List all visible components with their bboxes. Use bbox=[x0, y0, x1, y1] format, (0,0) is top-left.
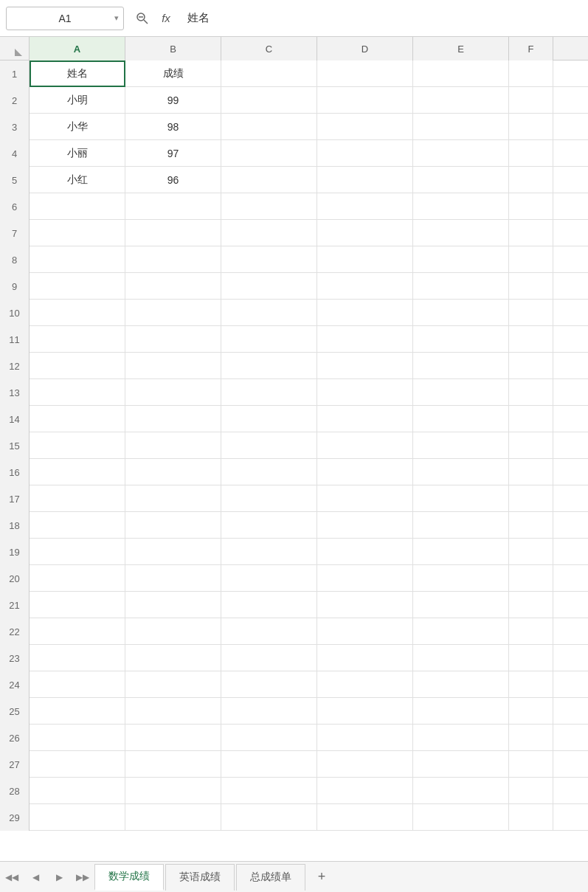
cell-D11[interactable] bbox=[317, 326, 413, 353]
cell-C21[interactable] bbox=[221, 592, 317, 618]
cell-A21[interactable] bbox=[30, 592, 125, 618]
cell-C7[interactable] bbox=[221, 220, 317, 246]
cell-D19[interactable] bbox=[317, 539, 413, 565]
cell-E7[interactable] bbox=[413, 220, 509, 246]
cell-F2[interactable] bbox=[509, 87, 553, 114]
cell-A6[interactable] bbox=[30, 193, 125, 220]
cell-F1[interactable] bbox=[509, 60, 553, 87]
zoom-icon[interactable] bbox=[133, 9, 152, 28]
cell-B16[interactable] bbox=[125, 459, 221, 485]
cell-B19[interactable] bbox=[125, 539, 221, 565]
cell-C20[interactable] bbox=[221, 565, 317, 592]
cell-C1[interactable] bbox=[221, 60, 317, 87]
cell-E19[interactable] bbox=[413, 539, 509, 565]
cell-C19[interactable] bbox=[221, 539, 317, 565]
row-header-11[interactable]: 11 bbox=[0, 326, 30, 353]
cell-C27[interactable] bbox=[221, 751, 317, 778]
row-header-1[interactable]: 1 bbox=[0, 60, 30, 87]
cell-B21[interactable] bbox=[125, 592, 221, 618]
cell-A12[interactable] bbox=[30, 353, 125, 379]
cell-A2[interactable]: 小明 bbox=[30, 87, 125, 114]
cell-B2[interactable]: 99 bbox=[125, 87, 221, 114]
cell-E5[interactable] bbox=[413, 167, 509, 193]
cell-B6[interactable] bbox=[125, 193, 221, 220]
cell-E21[interactable] bbox=[413, 592, 509, 618]
cell-A8[interactable] bbox=[30, 246, 125, 273]
cell-F23[interactable] bbox=[509, 645, 553, 671]
cell-C22[interactable] bbox=[221, 618, 317, 645]
cell-A22[interactable] bbox=[30, 618, 125, 645]
cell-E3[interactable] bbox=[413, 114, 509, 140]
cell-D20[interactable] bbox=[317, 565, 413, 592]
cell-C17[interactable] bbox=[221, 485, 317, 512]
tab-nav-last[interactable]: ▶▶ bbox=[71, 864, 94, 891]
cell-F24[interactable] bbox=[509, 671, 553, 698]
cell-B20[interactable] bbox=[125, 565, 221, 592]
cell-E28[interactable] bbox=[413, 778, 509, 804]
cell-D28[interactable] bbox=[317, 778, 413, 804]
cell-F14[interactable] bbox=[509, 406, 553, 432]
cell-F13[interactable] bbox=[509, 379, 553, 406]
cell-D15[interactable] bbox=[317, 432, 413, 459]
cell-C15[interactable] bbox=[221, 432, 317, 459]
cell-D29[interactable] bbox=[317, 804, 413, 831]
col-header-A[interactable]: A bbox=[30, 37, 125, 60]
row-header-27[interactable]: 27 bbox=[0, 751, 30, 778]
cell-C3[interactable] bbox=[221, 114, 317, 140]
cell-D2[interactable] bbox=[317, 87, 413, 114]
cell-D23[interactable] bbox=[317, 645, 413, 671]
cell-C25[interactable] bbox=[221, 698, 317, 725]
cell-E11[interactable] bbox=[413, 326, 509, 353]
cell-B7[interactable] bbox=[125, 220, 221, 246]
cell-A16[interactable] bbox=[30, 459, 125, 485]
cell-B13[interactable] bbox=[125, 379, 221, 406]
corner-cell[interactable] bbox=[0, 37, 30, 60]
cell-F10[interactable] bbox=[509, 300, 553, 326]
col-header-F[interactable]: F bbox=[509, 37, 553, 60]
cell-F17[interactable] bbox=[509, 485, 553, 512]
row-header-3[interactable]: 3 bbox=[0, 114, 30, 140]
cell-A4[interactable]: 小丽 bbox=[30, 140, 125, 167]
cell-C5[interactable] bbox=[221, 167, 317, 193]
row-header-9[interactable]: 9 bbox=[0, 273, 30, 300]
cell-C9[interactable] bbox=[221, 273, 317, 300]
cell-F29[interactable] bbox=[509, 804, 553, 831]
cell-D12[interactable] bbox=[317, 353, 413, 379]
cell-F21[interactable] bbox=[509, 592, 553, 618]
cell-E27[interactable] bbox=[413, 751, 509, 778]
cell-B27[interactable] bbox=[125, 751, 221, 778]
cell-E26[interactable] bbox=[413, 725, 509, 751]
cell-E10[interactable] bbox=[413, 300, 509, 326]
row-header-23[interactable]: 23 bbox=[0, 645, 30, 671]
cell-B24[interactable] bbox=[125, 671, 221, 698]
cell-F22[interactable] bbox=[509, 618, 553, 645]
cell-C16[interactable] bbox=[221, 459, 317, 485]
cell-D14[interactable] bbox=[317, 406, 413, 432]
cell-F8[interactable] bbox=[509, 246, 553, 273]
cell-C6[interactable] bbox=[221, 193, 317, 220]
cell-D1[interactable] bbox=[317, 60, 413, 87]
cell-B26[interactable] bbox=[125, 725, 221, 751]
row-header-8[interactable]: 8 bbox=[0, 246, 30, 273]
cell-reference-box[interactable]: A1 bbox=[6, 7, 124, 30]
row-header-4[interactable]: 4 bbox=[0, 140, 30, 167]
cell-A10[interactable] bbox=[30, 300, 125, 326]
col-header-E[interactable]: E bbox=[413, 37, 509, 60]
cell-A7[interactable] bbox=[30, 220, 125, 246]
cell-F15[interactable] bbox=[509, 432, 553, 459]
cell-E22[interactable] bbox=[413, 618, 509, 645]
cell-F11[interactable] bbox=[509, 326, 553, 353]
tab-nav-first[interactable]: ◀◀ bbox=[0, 864, 24, 891]
row-header-15[interactable]: 15 bbox=[0, 432, 30, 459]
cell-B14[interactable] bbox=[125, 406, 221, 432]
cell-F19[interactable] bbox=[509, 539, 553, 565]
cell-A23[interactable] bbox=[30, 645, 125, 671]
cell-D17[interactable] bbox=[317, 485, 413, 512]
cell-E12[interactable] bbox=[413, 353, 509, 379]
cell-C29[interactable] bbox=[221, 804, 317, 831]
cell-E18[interactable] bbox=[413, 512, 509, 539]
row-header-21[interactable]: 21 bbox=[0, 592, 30, 618]
cell-C14[interactable] bbox=[221, 406, 317, 432]
cell-E13[interactable] bbox=[413, 379, 509, 406]
cell-A14[interactable] bbox=[30, 406, 125, 432]
